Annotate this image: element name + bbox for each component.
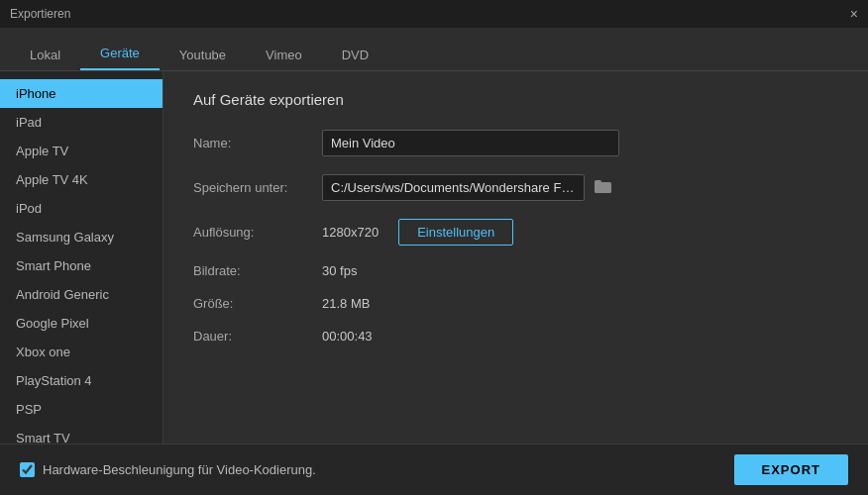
title-bar: Exportieren × bbox=[0, 0, 868, 28]
export-panel: Auf Geräte exportieren Name: Speichern u… bbox=[163, 71, 868, 444]
hw-accel-checkbox-wrapper[interactable]: Hardware-Beschleunigung für Video-Kodier… bbox=[20, 462, 316, 477]
footer-left: Hardware-Beschleunigung für Video-Kodier… bbox=[20, 462, 316, 477]
resolution-value: 1280x720 bbox=[322, 225, 379, 240]
resolution-value-row: 1280x720 Einstellungen bbox=[322, 219, 513, 246]
sidebar-item-android-generic[interactable]: Android Generic bbox=[0, 280, 163, 309]
save-row: Speichern unter: bbox=[193, 174, 838, 201]
sidebar-item-psp[interactable]: PSP bbox=[0, 395, 163, 424]
sidebar-item-iphone[interactable]: iPhone bbox=[0, 79, 163, 108]
save-path-input[interactable] bbox=[322, 174, 585, 201]
framerate-row: Bildrate: 30 fps bbox=[193, 263, 838, 278]
close-button[interactable]: × bbox=[850, 7, 858, 21]
sidebar-item-smart-phone[interactable]: Smart Phone bbox=[0, 251, 163, 280]
tab-dvd[interactable]: DVD bbox=[322, 40, 388, 70]
resolution-row: Auflösung: 1280x720 Einstellungen bbox=[193, 219, 838, 246]
duration-row: Dauer: 00:00:43 bbox=[193, 329, 838, 344]
footer: Hardware-Beschleunigung für Video-Kodier… bbox=[0, 444, 868, 495]
duration-value: 00:00:43 bbox=[322, 329, 838, 344]
sidebar-item-smart-tv[interactable]: Smart TV bbox=[0, 424, 163, 444]
svg-rect-1 bbox=[595, 180, 601, 184]
content-area: iPhone iPad Apple TV Apple TV 4K iPod Sa… bbox=[0, 71, 868, 444]
hw-accel-label: Hardware-Beschleunigung für Video-Kodier… bbox=[43, 462, 316, 477]
tab-vimeo[interactable]: Vimeo bbox=[246, 40, 322, 70]
window-title: Exportieren bbox=[10, 7, 70, 21]
export-button[interactable]: EXPORT bbox=[734, 454, 848, 485]
settings-button[interactable]: Einstellungen bbox=[398, 219, 513, 246]
tab-bar: Lokal Geräte Youtube Vimeo DVD bbox=[0, 28, 868, 71]
tab-lokal[interactable]: Lokal bbox=[10, 40, 80, 70]
sidebar-item-playstation-4[interactable]: PlayStation 4 bbox=[0, 366, 163, 395]
name-row: Name: bbox=[193, 130, 838, 156]
device-sidebar: iPhone iPad Apple TV Apple TV 4K iPod Sa… bbox=[0, 71, 163, 444]
main-window: Exportieren × Lokal Geräte Youtube Vimeo… bbox=[0, 0, 868, 495]
duration-label: Dauer: bbox=[193, 329, 322, 344]
sidebar-item-apple-tv[interactable]: Apple TV bbox=[0, 137, 163, 165]
sidebar-item-ipad[interactable]: iPad bbox=[0, 108, 163, 137]
sidebar-item-ipod[interactable]: iPod bbox=[0, 194, 163, 223]
sidebar-item-apple-tv-4k[interactable]: Apple TV 4K bbox=[0, 165, 163, 194]
tab-geraete[interactable]: Geräte bbox=[80, 38, 160, 70]
section-title: Auf Geräte exportieren bbox=[193, 91, 838, 108]
path-row bbox=[322, 174, 616, 201]
size-row: Größe: 21.8 MB bbox=[193, 296, 838, 311]
size-value: 21.8 MB bbox=[322, 296, 838, 311]
name-input[interactable] bbox=[322, 130, 619, 156]
browse-folder-button[interactable] bbox=[591, 176, 616, 200]
tab-youtube[interactable]: Youtube bbox=[160, 40, 246, 70]
sidebar-item-xbox-one[interactable]: Xbox one bbox=[0, 338, 163, 366]
resolution-label: Auflösung: bbox=[193, 225, 322, 240]
framerate-label: Bildrate: bbox=[193, 263, 322, 278]
framerate-value: 30 fps bbox=[322, 263, 838, 278]
hw-accel-checkbox[interactable] bbox=[20, 462, 35, 477]
name-label: Name: bbox=[193, 136, 322, 150]
size-label: Größe: bbox=[193, 296, 322, 311]
sidebar-item-samsung-galaxy[interactable]: Samsung Galaxy bbox=[0, 223, 163, 251]
sidebar-item-google-pixel[interactable]: Google Pixel bbox=[0, 309, 163, 338]
save-label: Speichern unter: bbox=[193, 180, 322, 195]
